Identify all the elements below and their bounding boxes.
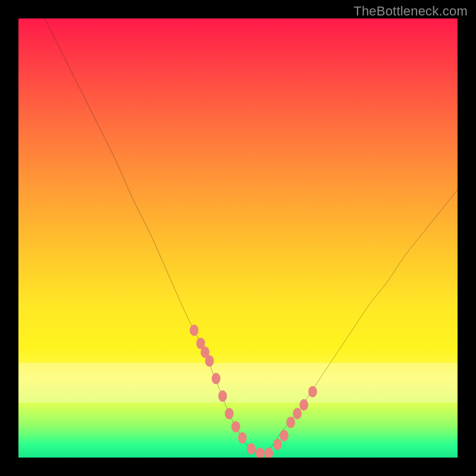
dot bbox=[238, 432, 247, 443]
dot bbox=[264, 447, 273, 458]
dot bbox=[231, 421, 240, 433]
plot-area bbox=[18, 18, 458, 458]
dot bbox=[273, 439, 282, 450]
dot bbox=[293, 408, 302, 419]
dot bbox=[299, 399, 308, 411]
watermark-text: TheBottleneck.com bbox=[353, 4, 468, 19]
dot bbox=[247, 443, 256, 455]
dot bbox=[308, 386, 317, 397]
highlight-dots bbox=[18, 18, 458, 458]
dot bbox=[212, 373, 221, 384]
dot bbox=[205, 355, 214, 367]
dot bbox=[256, 447, 265, 458]
outer-frame: TheBottleneck.com bbox=[0, 0, 476, 476]
dot bbox=[280, 430, 289, 441]
dot bbox=[190, 324, 199, 336]
dot bbox=[286, 416, 295, 428]
dot bbox=[225, 408, 234, 419]
dot bbox=[218, 390, 227, 402]
